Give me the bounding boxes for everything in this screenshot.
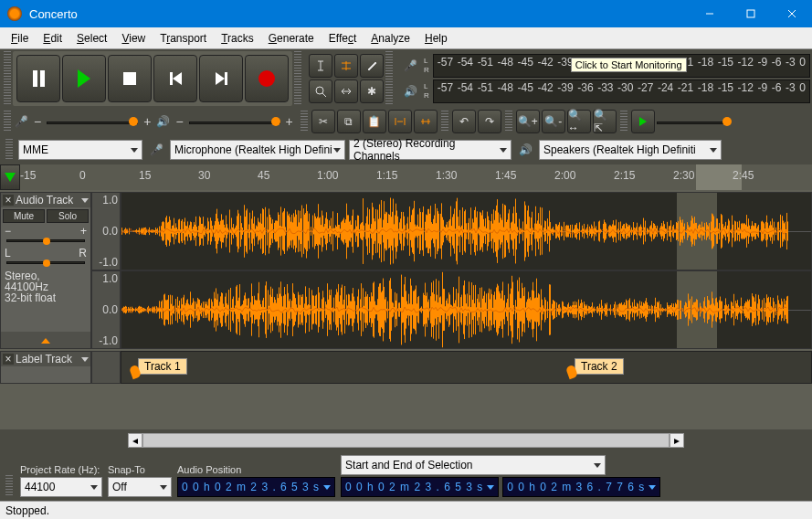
menu-select[interactable]: Select xyxy=(69,29,114,48)
timeshift-tool[interactable] xyxy=(334,79,358,103)
track-menu-arrow-icon[interactable] xyxy=(81,198,89,203)
project-rate-select[interactable]: 44100 xyxy=(20,477,102,497)
multi-tool[interactable]: ✱ xyxy=(360,79,384,103)
svg-point-4 xyxy=(316,87,323,94)
zoom-tool[interactable] xyxy=(309,79,332,103)
pan-slider[interactable] xyxy=(6,261,85,267)
menu-bar: File Edit Select View Transport Tracks G… xyxy=(0,27,812,49)
label-marker-2[interactable]: Track 2 xyxy=(567,355,624,378)
silence-button[interactable] xyxy=(414,110,438,133)
audio-host-select[interactable]: MME xyxy=(18,140,142,160)
selection-tool[interactable] xyxy=(309,54,332,78)
playback-device-select[interactable]: Speakers (Realtek High Definiti xyxy=(539,140,722,160)
track-name-menu[interactable]: Label Track xyxy=(16,353,79,365)
zoom-in-button[interactable]: 🔍+ xyxy=(516,110,540,133)
track-collapse-button[interactable] xyxy=(1,332,90,348)
toolbar-grip[interactable] xyxy=(301,111,308,132)
vertical-scale[interactable]: 1.00.0-1.0 xyxy=(91,192,121,270)
selection-start-field[interactable]: 0 0 h 0 2 m 2 3 . 6 5 3 s xyxy=(341,477,499,497)
scroll-right-button[interactable]: ▸ xyxy=(670,433,684,448)
record-button[interactable] xyxy=(245,55,289,102)
track-name-menu[interactable]: Audio Track xyxy=(16,194,79,207)
play-at-speed-button[interactable] xyxy=(631,110,655,133)
menu-generate[interactable]: Generate xyxy=(261,29,322,48)
playback-volume-slider[interactable] xyxy=(189,112,280,131)
copy-button[interactable]: ⧉ xyxy=(337,110,361,133)
fit-selection-button[interactable]: 🔍↔ xyxy=(567,110,591,133)
toolbar-grip[interactable] xyxy=(5,475,13,497)
menu-file[interactable]: File xyxy=(4,29,36,48)
vertical-scale[interactable]: 1.00.0-1.0 xyxy=(91,270,121,349)
track-menu-arrow-icon[interactable] xyxy=(81,357,89,362)
scroll-thumb[interactable] xyxy=(142,433,670,448)
waveform-left[interactable] xyxy=(121,192,812,270)
cut-button[interactable]: ✂ xyxy=(311,110,335,133)
maximize-button[interactable] xyxy=(730,0,771,27)
envelope-tool[interactable] xyxy=(334,54,358,78)
recording-device-select[interactable]: Microphone (Realtek High Defini xyxy=(170,140,345,160)
scroll-left-button[interactable]: ◂ xyxy=(128,433,142,448)
toolbar-grip[interactable] xyxy=(505,111,512,132)
playback-meter[interactable]: -57-54-51-48-45-42-39-36-33-30-27-24-21-… xyxy=(433,79,810,103)
draw-tool[interactable] xyxy=(360,54,384,78)
label-marker-1[interactable]: Track 1 xyxy=(131,355,187,378)
mute-button[interactable]: Mute xyxy=(3,209,45,223)
project-rate-label: Project Rate (Hz): xyxy=(20,464,102,475)
toolbar-grip[interactable] xyxy=(294,51,301,106)
minimize-button[interactable] xyxy=(689,0,730,27)
trim-button[interactable] xyxy=(388,110,412,133)
play-speed-slider[interactable] xyxy=(657,112,730,131)
snap-to-select[interactable]: Off xyxy=(108,477,172,497)
menu-help[interactable]: Help xyxy=(417,29,455,48)
recording-meter[interactable]: -57-54-51-48-45-42-39-36-33-30-27-24-21-… xyxy=(433,54,810,78)
horizontal-scrollbar[interactable]: ◂ ▸ xyxy=(128,433,684,448)
skip-end-button[interactable] xyxy=(199,55,243,102)
menu-edit[interactable]: Edit xyxy=(36,29,69,48)
mic-icon: 🎤 xyxy=(146,140,166,160)
toolbar-grip[interactable] xyxy=(620,111,627,132)
audio-position-field[interactable]: 0 0 h 0 2 m 2 3 . 6 5 3 s xyxy=(177,477,335,497)
menu-transport[interactable]: Transport xyxy=(153,29,214,48)
recording-channels-select[interactable]: 2 (Stereo) Recording Channels xyxy=(349,140,511,160)
track-close-button[interactable]: × xyxy=(3,354,14,365)
solo-button[interactable]: Solo xyxy=(47,209,89,223)
window-title: Concerto xyxy=(29,7,689,21)
recording-volume-slider[interactable] xyxy=(47,112,138,131)
pause-button[interactable] xyxy=(16,55,60,102)
speaker-meter-icon[interactable]: 🔊 xyxy=(400,81,420,101)
pinned-play-head-button[interactable] xyxy=(0,164,20,190)
mic-icon: 🎤 xyxy=(15,115,28,128)
selection-end-field[interactable]: 0 0 h 0 2 m 3 6 . 7 7 6 s xyxy=(502,477,660,497)
label-track-body[interactable]: Track 1 Track 2 xyxy=(121,351,812,384)
toolbar-grip[interactable] xyxy=(5,139,13,161)
gain-slider[interactable] xyxy=(6,239,85,245)
toolbar-grip[interactable] xyxy=(385,51,393,106)
selection-mode-select[interactable]: Start and End of Selection xyxy=(341,455,606,475)
svg-line-5 xyxy=(322,93,326,97)
track-close-button[interactable]: × xyxy=(3,195,14,206)
timeline-ruler[interactable]: -1501530451:001:151:301:452:002:152:302:… xyxy=(20,164,812,190)
skip-start-button[interactable] xyxy=(153,55,197,102)
paste-button[interactable]: 📋 xyxy=(363,110,386,133)
label-text[interactable]: Track 2 xyxy=(575,358,624,375)
close-button[interactable] xyxy=(771,0,812,27)
label-text[interactable]: Track 1 xyxy=(138,358,187,375)
mic-meter-icon[interactable]: 🎤 xyxy=(400,56,420,76)
stop-button[interactable] xyxy=(108,55,152,102)
waveform-right[interactable] xyxy=(121,270,812,349)
monitoring-tooltip: Click to Start Monitoring xyxy=(571,58,687,72)
track-control-panel: × Label Track xyxy=(0,351,91,384)
redo-button[interactable]: ↷ xyxy=(478,110,501,133)
fit-project-button[interactable]: 🔍⇱ xyxy=(593,110,617,133)
toolbar-grip[interactable] xyxy=(4,111,11,132)
menu-effect[interactable]: Effect xyxy=(322,29,364,48)
undo-button[interactable]: ↶ xyxy=(452,110,476,133)
menu-analyze[interactable]: Analyze xyxy=(364,29,417,48)
menu-tracks[interactable]: Tracks xyxy=(214,29,261,48)
toolbar-grip[interactable] xyxy=(441,111,448,132)
meter-lr-labels: LR xyxy=(424,57,429,75)
menu-view[interactable]: View xyxy=(114,29,153,48)
toolbar-grip[interactable] xyxy=(4,51,11,106)
play-button[interactable] xyxy=(62,55,106,102)
zoom-out-button[interactable]: 🔍- xyxy=(542,110,565,133)
